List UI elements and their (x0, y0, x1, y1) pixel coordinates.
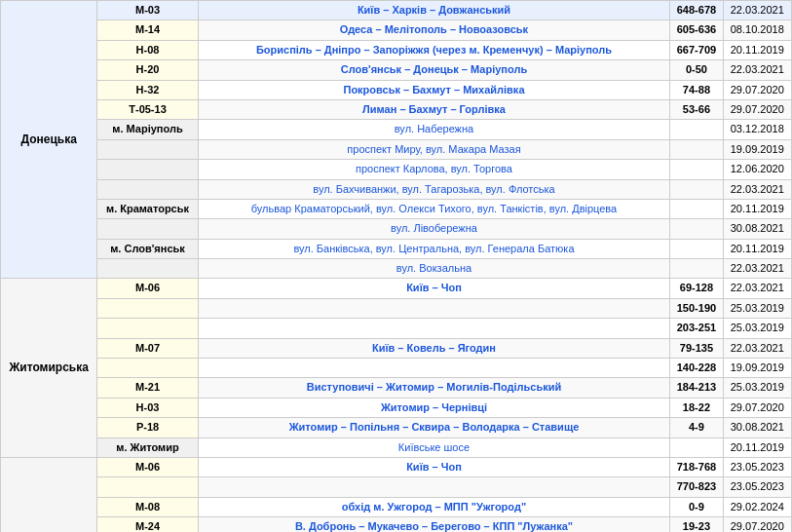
subcity-cell: м. Маріуполь (97, 120, 198, 139)
date-cell: 22.03.2021 (723, 279, 791, 298)
table-row: М-21Виступовичі – Житомир – Могилів-Поді… (1, 378, 792, 398)
road-code: М-08 (97, 497, 198, 516)
subcity-cell: м. Житомир (97, 437, 198, 457)
date-cell: 30.08.2021 (723, 219, 791, 239)
subcity-cell: м. Слов'янськ (97, 239, 198, 258)
table-row: ЖитомирськаМ-06Київ – Чоп69-12822.03.202… (1, 279, 792, 298)
route-name: Одеса – Мелітополь – Новоазовськ (198, 20, 670, 40)
km-range: 203-251 (670, 319, 723, 338)
km-empty (670, 219, 723, 239)
street-cell: вул. Лівобережна (198, 219, 670, 239)
subcity-cell: м. Краматорськ (97, 199, 198, 218)
street-cell: вул. Бахчиванжи, вул. Тагарозька, вул. Ф… (198, 179, 670, 199)
route-name: Житомир – Чернівці (198, 398, 670, 417)
km-range: 0-9 (670, 497, 723, 516)
subcity-cell (97, 160, 198, 179)
km-range: 605-636 (670, 20, 723, 40)
date-cell: 08.10.2018 (723, 20, 791, 40)
date-cell: 22.03.2021 (723, 338, 791, 358)
table-row: ДонецькаМ-03Київ – Харків – Довжанський6… (1, 1, 792, 20)
street-cell: вул. Набережна (198, 120, 670, 139)
route-name: Лиман – Бахмут – Горлівка (198, 99, 670, 119)
subcity-cell (97, 259, 198, 279)
route-name: Бориспіль – Дніпро – Запоріжжя (через м.… (198, 40, 670, 59)
table-row: вул. Вокзальна22.03.2021 (1, 259, 792, 279)
date-cell: 30.08.2021 (723, 418, 791, 437)
table-row: Н-20Слов'янськ – Донецьк – Маріуполь0-50… (1, 60, 792, 80)
road-code: М-24 (97, 517, 198, 532)
table-row: Н-03Житомир – Чернівці18-2229.07.2020 (1, 398, 792, 417)
road-code: Н-32 (97, 80, 198, 99)
km-range: 53-66 (670, 99, 723, 119)
date-cell: 22.03.2021 (723, 1, 791, 20)
date-cell: 20.11.2019 (723, 239, 791, 258)
route-name-empty (198, 319, 670, 338)
road-code-empty (97, 298, 198, 318)
street-cell: проспект Карлова, вул. Торгова (198, 160, 670, 179)
table-row: м. Маріупольвул. Набережна03.12.2018 (1, 120, 792, 139)
date-cell: 29.07.2020 (723, 99, 791, 119)
km-range: 69-128 (670, 279, 723, 298)
table-row: М-07Київ – Ковель – Ягодин79-13522.03.20… (1, 338, 792, 358)
table-row: м. ЖитомирКиївське шосе20.11.2019 (1, 437, 792, 457)
road-code: М-03 (97, 1, 198, 20)
date-cell: 20.11.2019 (723, 40, 791, 59)
table-row: Н-32Покровськ – Бахмут – Михайлівка74-88… (1, 80, 792, 99)
region-cell: Донецька (1, 1, 97, 279)
road-code-empty (97, 477, 198, 497)
table-row: проспект Карлова, вул. Торгова12.06.2020 (1, 160, 792, 179)
km-range: 184-213 (670, 378, 723, 398)
date-cell: 22.03.2021 (723, 179, 791, 199)
date-cell: 23.05.2023 (723, 477, 791, 497)
km-range: 648-678 (670, 1, 723, 20)
date-cell: 03.12.2018 (723, 120, 791, 139)
road-code: Р-18 (97, 418, 198, 437)
street-cell: вул. Банківська, вул. Центральна, вул. Г… (198, 239, 670, 258)
km-empty (670, 160, 723, 179)
km-empty (670, 120, 723, 139)
date-cell: 12.06.2020 (723, 160, 791, 179)
date-cell: 22.03.2021 (723, 259, 791, 279)
km-empty (670, 239, 723, 258)
street-cell: проспект Миру, вул. Макара Мазая (198, 139, 670, 159)
km-range: 74-88 (670, 80, 723, 99)
road-code-empty (97, 319, 198, 338)
table-row: М-08обхід м. Ужгород – МПП "Ужгород"0-92… (1, 497, 792, 516)
date-cell: 29.07.2020 (723, 80, 791, 99)
road-code: М-21 (97, 378, 198, 398)
km-range: 150-190 (670, 298, 723, 318)
main-table: ДонецькаМ-03Київ – Харків – Довжанський6… (0, 0, 792, 532)
street-cell: бульвар Краматорський, вул. Олекси Тихог… (198, 199, 670, 218)
road-code: М-06 (97, 279, 198, 298)
date-cell: 20.11.2019 (723, 437, 791, 457)
date-cell: 29.07.2020 (723, 398, 791, 417)
subcity-cell (97, 139, 198, 159)
route-name: Покровськ – Бахмут – Михайлівка (198, 80, 670, 99)
km-range: 0-50 (670, 60, 723, 80)
table-row: М-14Одеса – Мелітополь – Новоазовськ605-… (1, 20, 792, 40)
km-range: 770-823 (670, 477, 723, 497)
route-name: Житомир – Попільня – Сквира – Володарка … (198, 418, 670, 437)
km-empty (670, 179, 723, 199)
route-name: Київ – Ковель – Ягодин (198, 338, 670, 358)
km-range: 18-22 (670, 398, 723, 417)
table-row: Н-08Бориспіль – Дніпро – Запоріжжя (чере… (1, 40, 792, 59)
route-name: Слов'янськ – Донецьк – Маріуполь (198, 60, 670, 80)
route-name: обхід м. Ужгород – МПП "Ужгород" (198, 497, 670, 516)
road-code: М-06 (97, 457, 198, 476)
km-range: 4-9 (670, 418, 723, 437)
table-row: вул. Бахчиванжи, вул. Тагарозька, вул. Ф… (1, 179, 792, 199)
date-cell: 19.09.2019 (723, 359, 791, 378)
table-row: ЗакарпатськаМ-06Київ – Чоп718-76823.05.2… (1, 457, 792, 476)
date-cell: 29.07.2020 (723, 517, 791, 532)
table-row: 770-82323.05.2023 (1, 477, 792, 497)
table-row: проспект Миру, вул. Макара Мазая19.09.20… (1, 139, 792, 159)
road-code: Н-08 (97, 40, 198, 59)
route-name-empty (198, 298, 670, 318)
road-code: М-14 (97, 20, 198, 40)
route-name: В. Добронь – Мукачево – Берегово – КПП "… (198, 517, 670, 532)
km-empty (670, 139, 723, 159)
table-row: М-24В. Добронь – Мукачево – Берегово – К… (1, 517, 792, 532)
road-code: Н-03 (97, 398, 198, 417)
route-name: Київ – Чоп (198, 279, 670, 298)
